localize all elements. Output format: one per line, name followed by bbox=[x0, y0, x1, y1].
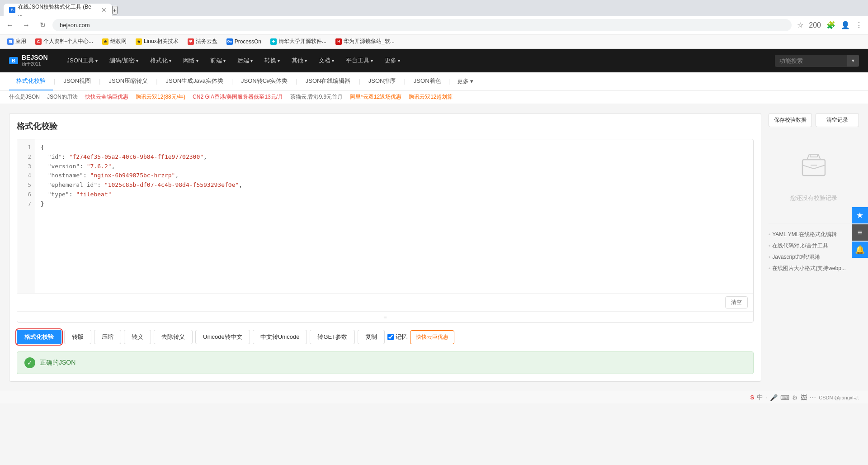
nav-frontend[interactable]: 前端 ▾ bbox=[205, 54, 231, 67]
sidebar-link-item-image: 在线图片大小格式(支持webp... bbox=[769, 263, 859, 274]
memory-checkbox[interactable] bbox=[387, 334, 394, 340]
bottom-chinese-icon[interactable]: 中 bbox=[757, 394, 763, 402]
nav-other[interactable]: 其他 ▾ bbox=[286, 54, 312, 67]
float-buttons: ★ ≡ 🔔 bbox=[852, 207, 868, 258]
unicode-to-chinese-button[interactable]: Unicode转中文 bbox=[195, 330, 250, 344]
code-editor[interactable]: { "id": "f274ef35-05a2-40c6-9b84-ff1e977… bbox=[35, 139, 753, 293]
nav-json-tools[interactable]: JSON工具 ▾ bbox=[61, 54, 104, 67]
bottom-settings-icon[interactable]: ⚙ bbox=[792, 394, 798, 401]
sidebar-link-image[interactable]: 在线图片大小格式(支持webp... bbox=[769, 265, 859, 272]
sub-nav-json-sort[interactable]: JSON排序 bbox=[361, 72, 403, 90]
sub-nav-more[interactable]: 更多 ▾ bbox=[452, 73, 479, 90]
bookmark-star-icon[interactable]: ☆ bbox=[795, 19, 805, 31]
sidebar-link-yaml[interactable]: YAML YML在线格式化编辑 bbox=[769, 231, 859, 238]
bookmark-tsinghua[interactable]: ✈ 清华大学开源软件... bbox=[267, 37, 330, 46]
search-input[interactable] bbox=[775, 55, 847, 67]
nav-platform[interactable]: 平台工具 ▾ bbox=[340, 54, 378, 67]
search-button[interactable]: ▾ bbox=[847, 55, 859, 66]
bookmark-jjw-icon: ★ bbox=[102, 38, 108, 45]
forward-button[interactable]: → bbox=[20, 19, 33, 32]
bottom-icons: S 中 · 🎤 ⌨ ⚙ 🖼 ⋯ CSDN @jiangxl-J: bbox=[750, 394, 859, 402]
sub-nav-more-arrow: ▾ bbox=[470, 78, 473, 85]
sub-nav-json-csharp[interactable]: JSON转C#实体类 bbox=[234, 72, 295, 90]
to-get-params-button[interactable]: 转GET参数 bbox=[310, 330, 355, 344]
convert-button[interactable]: 转版 bbox=[64, 330, 91, 344]
promo-aliyun[interactable]: 阿里*云双12返场优惠 bbox=[350, 93, 401, 101]
clear-records-button[interactable]: 清空记录 bbox=[816, 113, 859, 127]
sidebar-link-js-encrypt[interactable]: Javascript加密/混淆 bbox=[769, 253, 859, 261]
editor-drag-handle[interactable]: ≡ bbox=[17, 311, 753, 322]
bookmark-processon[interactable]: On ProcessOn bbox=[223, 38, 265, 46]
bottom-more-icon[interactable]: ⋯ bbox=[810, 394, 816, 401]
empty-state: 您还没有校验记录 bbox=[769, 133, 859, 216]
bottom-keyboard-icon[interactable]: ⌨ bbox=[780, 394, 789, 401]
promo-cn2-gia[interactable]: CN2 GIA香港/美国服务器低至13元/月 bbox=[193, 93, 283, 101]
nav-format[interactable]: 格式化 ▾ bbox=[145, 54, 177, 67]
clear-editor-button[interactable]: 清空 bbox=[725, 296, 748, 308]
chinese-to-unicode-button[interactable]: 中文转Unicode bbox=[253, 330, 307, 344]
nav-docs[interactable]: 文档 ▾ bbox=[313, 54, 340, 67]
active-tab[interactable]: B 在线JSON校验格式化工具 (Be ... ✕ bbox=[4, 4, 112, 16]
line-num-4: 4 bbox=[17, 171, 35, 180]
search-box: ▾ bbox=[775, 55, 859, 67]
nav-convert[interactable]: 转换 ▾ bbox=[259, 54, 285, 67]
sub-nav-json-color[interactable]: JSON着色 bbox=[406, 72, 448, 90]
promo-what-is-json[interactable]: 什么是JSON bbox=[9, 93, 40, 101]
promo-tencent-cloud2[interactable]: 腾讯云双12超划算 bbox=[409, 93, 453, 101]
remove-escape-button[interactable]: 去除转义 bbox=[154, 330, 193, 344]
line-num-1: 1 bbox=[17, 143, 35, 152]
sub-nav-json-editor[interactable]: JSON在线编辑器 bbox=[298, 72, 358, 90]
sub-nav-compress-escape[interactable]: JSON压缩转义 bbox=[101, 72, 155, 90]
nav-more[interactable]: 更多 ▾ bbox=[379, 54, 406, 67]
bottom-voice-icon[interactable]: 🎤 bbox=[770, 394, 778, 401]
bookmark-profile[interactable]: C 个人资料-个人中心... bbox=[32, 37, 97, 46]
new-tab-button[interactable]: + bbox=[112, 6, 118, 14]
address-input[interactable] bbox=[52, 19, 792, 31]
json-editor: 1 2 3 4 5 6 7 { "id": "f274ef35-05a2-40c… bbox=[17, 139, 754, 323]
back-button[interactable]: ← bbox=[4, 19, 16, 32]
compress-button[interactable]: 压缩 bbox=[94, 330, 121, 344]
bookmark-huawei[interactable]: H 华为开源镜像站_软... bbox=[332, 37, 398, 46]
sub-nav-json-view[interactable]: JSON视图 bbox=[56, 72, 98, 90]
logo: B BEJSON 始于2011 bbox=[9, 54, 48, 67]
promo-action-button[interactable]: 快快云巨优惠 bbox=[410, 330, 454, 344]
nav-encode[interactable]: 编码/加密 ▾ bbox=[104, 54, 144, 67]
nav-frontend-arrow: ▾ bbox=[223, 58, 226, 63]
tab-close-button[interactable]: ✕ bbox=[101, 6, 107, 14]
nav-network[interactable]: 网络 ▾ bbox=[178, 54, 204, 67]
bookmark-linux[interactable]: ★ Linux相关技术 bbox=[132, 37, 182, 46]
promo-tencent-cloud[interactable]: 腾讯云双12(88元/年) bbox=[136, 93, 185, 101]
format-validate-button[interactable]: 格式化校验 bbox=[17, 330, 61, 344]
bookmark-jjw-label: 继教网 bbox=[110, 38, 127, 45]
bookmark-apps[interactable]: ⊞ 应用 bbox=[4, 37, 30, 46]
sub-nav-json-java[interactable]: JSON生成Java实体类 bbox=[159, 72, 231, 90]
sidebar-link-item-js-encrypt: Javascript加密/混淆 bbox=[769, 251, 859, 263]
float-bell-button[interactable]: 🔔 bbox=[852, 242, 868, 258]
bookmark-tsinghua-icon: ✈ bbox=[270, 38, 277, 45]
save-validate-data-button[interactable]: 保存校验数据 bbox=[769, 113, 812, 127]
extensions-icon[interactable]: 🧩 bbox=[825, 19, 837, 31]
bookmark-huawei-label: 华为开源镜像站_软... bbox=[344, 38, 395, 45]
bookmark-jjw[interactable]: ★ 继教网 bbox=[99, 37, 130, 46]
line-num-6: 6 bbox=[17, 190, 35, 199]
copy-button[interactable]: 复制 bbox=[358, 330, 385, 344]
promo-json-usage[interactable]: JSON的用法 bbox=[47, 93, 78, 101]
float-star-button[interactable]: ★ bbox=[852, 207, 868, 223]
page-title: 格式化校验 bbox=[17, 121, 754, 132]
sub-nav-format-validate[interactable]: 格式化校验 bbox=[9, 72, 53, 90]
escape-button[interactable]: 转义 bbox=[124, 330, 151, 344]
promo-kuaikuai[interactable]: 快快云全场巨优惠 bbox=[85, 93, 128, 101]
bottom-image-icon[interactable]: 🖼 bbox=[801, 394, 807, 401]
profile-icon[interactable]: 👤 bbox=[839, 19, 852, 31]
refresh-button[interactable]: ↻ bbox=[36, 19, 49, 32]
nav-backend[interactable]: 后端 ▾ bbox=[232, 54, 258, 67]
result-bar: ✓ 正确的JSON bbox=[17, 351, 754, 374]
menu-icon[interactable]: ⋮ bbox=[854, 19, 864, 31]
bookmark-linux-icon: ★ bbox=[136, 38, 142, 45]
promo-chamao[interactable]: 茶猫云,香港9.9元首月 bbox=[290, 93, 343, 101]
bookmark-lawcloud[interactable]: ❤ 法务云盘 bbox=[184, 37, 221, 46]
memory-checkbox-group: 记忆 bbox=[387, 333, 407, 341]
float-menu-button[interactable]: ≡ bbox=[852, 224, 868, 241]
sidebar-link-diff[interactable]: 在线代码对比/合并工具 bbox=[769, 242, 859, 250]
logo-text-group: BEJSON 始于2011 bbox=[22, 54, 48, 67]
